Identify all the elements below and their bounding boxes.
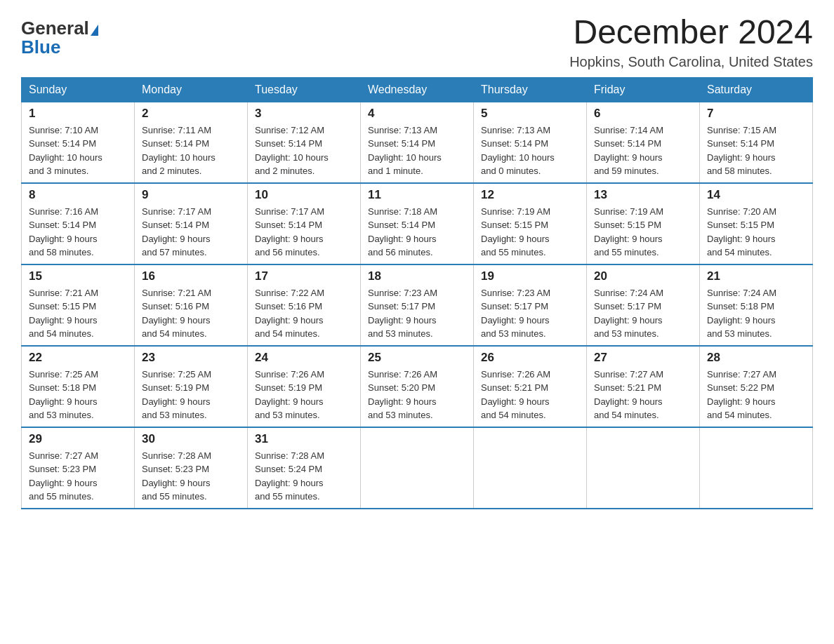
calendar-day-cell: 23 Sunrise: 7:25 AMSunset: 5:19 PMDaylig… <box>135 346 248 427</box>
calendar-day-cell <box>361 427 474 509</box>
logo: General Blue <box>21 14 98 58</box>
day-info: Sunrise: 7:23 AMSunset: 5:17 PMDaylight:… <box>368 288 437 340</box>
day-number: 21 <box>707 269 805 283</box>
day-number: 30 <box>142 432 240 446</box>
day-info: Sunrise: 7:17 AMSunset: 5:14 PMDaylight:… <box>255 206 324 258</box>
calendar-table: SundayMondayTuesdayWednesdayThursdayFrid… <box>21 77 813 509</box>
day-number: 15 <box>29 269 127 283</box>
calendar-week-row: 29 Sunrise: 7:27 AMSunset: 5:23 PMDaylig… <box>22 427 813 509</box>
day-info: Sunrise: 7:26 AMSunset: 5:21 PMDaylight:… <box>481 369 550 421</box>
day-of-week-header: Saturday <box>700 77 813 102</box>
day-number: 9 <box>142 188 240 202</box>
day-info: Sunrise: 7:22 AMSunset: 5:16 PMDaylight:… <box>255 288 324 340</box>
calendar-day-cell: 18 Sunrise: 7:23 AMSunset: 5:17 PMDaylig… <box>361 264 474 346</box>
day-info: Sunrise: 7:27 AMSunset: 5:23 PMDaylight:… <box>29 450 98 502</box>
calendar-day-cell: 8 Sunrise: 7:16 AMSunset: 5:14 PMDayligh… <box>22 183 135 264</box>
calendar-day-cell: 4 Sunrise: 7:13 AMSunset: 5:14 PMDayligh… <box>361 102 474 183</box>
calendar-day-cell: 21 Sunrise: 7:24 AMSunset: 5:18 PMDaylig… <box>700 264 813 346</box>
day-number: 5 <box>481 107 579 121</box>
day-number: 3 <box>255 107 353 121</box>
day-info: Sunrise: 7:14 AMSunset: 5:14 PMDaylight:… <box>594 125 663 177</box>
day-info: Sunrise: 7:20 AMSunset: 5:15 PMDaylight:… <box>707 206 776 258</box>
calendar-day-cell: 29 Sunrise: 7:27 AMSunset: 5:23 PMDaylig… <box>22 427 135 509</box>
day-of-week-header: Monday <box>135 77 248 102</box>
calendar-day-cell: 24 Sunrise: 7:26 AMSunset: 5:19 PMDaylig… <box>248 346 361 427</box>
day-number: 13 <box>594 188 692 202</box>
day-info: Sunrise: 7:13 AMSunset: 5:14 PMDaylight:… <box>368 125 442 177</box>
calendar-day-cell: 20 Sunrise: 7:24 AMSunset: 5:17 PMDaylig… <box>587 264 700 346</box>
day-info: Sunrise: 7:11 AMSunset: 5:14 PMDaylight:… <box>142 125 216 177</box>
logo-blue-text: Blue <box>21 36 60 58</box>
day-info: Sunrise: 7:23 AMSunset: 5:17 PMDaylight:… <box>481 288 550 340</box>
calendar-day-cell: 17 Sunrise: 7:22 AMSunset: 5:16 PMDaylig… <box>248 264 361 346</box>
calendar-day-cell: 9 Sunrise: 7:17 AMSunset: 5:14 PMDayligh… <box>135 183 248 264</box>
day-info: Sunrise: 7:24 AMSunset: 5:18 PMDaylight:… <box>707 288 776 340</box>
day-number: 22 <box>29 351 127 365</box>
day-number: 8 <box>29 188 127 202</box>
calendar-day-cell: 25 Sunrise: 7:26 AMSunset: 5:20 PMDaylig… <box>361 346 474 427</box>
day-number: 2 <box>142 107 240 121</box>
day-info: Sunrise: 7:18 AMSunset: 5:14 PMDaylight:… <box>368 206 437 258</box>
day-number: 1 <box>29 107 127 121</box>
calendar-week-row: 8 Sunrise: 7:16 AMSunset: 5:14 PMDayligh… <box>22 183 813 264</box>
day-info: Sunrise: 7:16 AMSunset: 5:14 PMDaylight:… <box>29 206 98 258</box>
day-number: 27 <box>594 351 692 365</box>
calendar-day-cell: 16 Sunrise: 7:21 AMSunset: 5:16 PMDaylig… <box>135 264 248 346</box>
calendar-week-row: 22 Sunrise: 7:25 AMSunset: 5:18 PMDaylig… <box>22 346 813 427</box>
calendar-day-cell: 31 Sunrise: 7:28 AMSunset: 5:24 PMDaylig… <box>248 427 361 509</box>
calendar-day-cell: 30 Sunrise: 7:28 AMSunset: 5:23 PMDaylig… <box>135 427 248 509</box>
day-number: 26 <box>481 351 579 365</box>
calendar-week-row: 15 Sunrise: 7:21 AMSunset: 5:15 PMDaylig… <box>22 264 813 346</box>
day-number: 25 <box>368 351 466 365</box>
day-info: Sunrise: 7:21 AMSunset: 5:16 PMDaylight:… <box>142 288 211 340</box>
day-number: 20 <box>594 269 692 283</box>
calendar-day-cell: 28 Sunrise: 7:27 AMSunset: 5:22 PMDaylig… <box>700 346 813 427</box>
calendar-day-cell: 19 Sunrise: 7:23 AMSunset: 5:17 PMDaylig… <box>474 264 587 346</box>
day-number: 10 <box>255 188 353 202</box>
day-of-week-header: Wednesday <box>361 77 474 102</box>
day-number: 12 <box>481 188 579 202</box>
day-info: Sunrise: 7:25 AMSunset: 5:18 PMDaylight:… <box>29 369 98 421</box>
day-info: Sunrise: 7:26 AMSunset: 5:20 PMDaylight:… <box>368 369 437 421</box>
day-number: 16 <box>142 269 240 283</box>
day-of-week-header: Tuesday <box>248 77 361 102</box>
page-header: General Blue December 2024 Hopkins, Sout… <box>21 14 813 70</box>
calendar-week-row: 1 Sunrise: 7:10 AMSunset: 5:14 PMDayligh… <box>22 102 813 183</box>
calendar-day-cell: 11 Sunrise: 7:18 AMSunset: 5:14 PMDaylig… <box>361 183 474 264</box>
day-number: 7 <box>707 107 805 121</box>
calendar-day-cell: 26 Sunrise: 7:26 AMSunset: 5:21 PMDaylig… <box>474 346 587 427</box>
title-section: December 2024 Hopkins, South Carolina, U… <box>569 14 813 70</box>
calendar-header-row: SundayMondayTuesdayWednesdayThursdayFrid… <box>22 77 813 102</box>
calendar-day-cell: 7 Sunrise: 7:15 AMSunset: 5:14 PMDayligh… <box>700 102 813 183</box>
calendar-day-cell: 13 Sunrise: 7:19 AMSunset: 5:15 PMDaylig… <box>587 183 700 264</box>
day-info: Sunrise: 7:19 AMSunset: 5:15 PMDaylight:… <box>481 206 550 258</box>
day-info: Sunrise: 7:28 AMSunset: 5:23 PMDaylight:… <box>142 450 211 502</box>
day-info: Sunrise: 7:10 AMSunset: 5:14 PMDaylight:… <box>29 125 102 177</box>
calendar-day-cell: 10 Sunrise: 7:17 AMSunset: 5:14 PMDaylig… <box>248 183 361 264</box>
logo-triangle-icon <box>91 25 98 36</box>
calendar-day-cell: 22 Sunrise: 7:25 AMSunset: 5:18 PMDaylig… <box>22 346 135 427</box>
day-number: 11 <box>368 188 466 202</box>
calendar-day-cell <box>474 427 587 509</box>
day-info: Sunrise: 7:17 AMSunset: 5:14 PMDaylight:… <box>142 206 211 258</box>
calendar-day-cell <box>587 427 700 509</box>
day-of-week-header: Friday <box>587 77 700 102</box>
day-number: 14 <box>707 188 805 202</box>
day-number: 24 <box>255 351 353 365</box>
calendar-day-cell: 27 Sunrise: 7:27 AMSunset: 5:21 PMDaylig… <box>587 346 700 427</box>
calendar-day-cell: 1 Sunrise: 7:10 AMSunset: 5:14 PMDayligh… <box>22 102 135 183</box>
calendar-day-cell: 3 Sunrise: 7:12 AMSunset: 5:14 PMDayligh… <box>248 102 361 183</box>
day-info: Sunrise: 7:27 AMSunset: 5:22 PMDaylight:… <box>707 369 776 421</box>
day-info: Sunrise: 7:12 AMSunset: 5:14 PMDaylight:… <box>255 125 329 177</box>
day-info: Sunrise: 7:19 AMSunset: 5:15 PMDaylight:… <box>594 206 663 258</box>
day-number: 18 <box>368 269 466 283</box>
day-number: 28 <box>707 351 805 365</box>
day-of-week-header: Sunday <box>22 77 135 102</box>
day-info: Sunrise: 7:25 AMSunset: 5:19 PMDaylight:… <box>142 369 211 421</box>
day-number: 29 <box>29 432 127 446</box>
day-number: 23 <box>142 351 240 365</box>
day-info: Sunrise: 7:13 AMSunset: 5:14 PMDaylight:… <box>481 125 555 177</box>
day-info: Sunrise: 7:27 AMSunset: 5:21 PMDaylight:… <box>594 369 663 421</box>
calendar-day-cell <box>700 427 813 509</box>
day-number: 6 <box>594 107 692 121</box>
